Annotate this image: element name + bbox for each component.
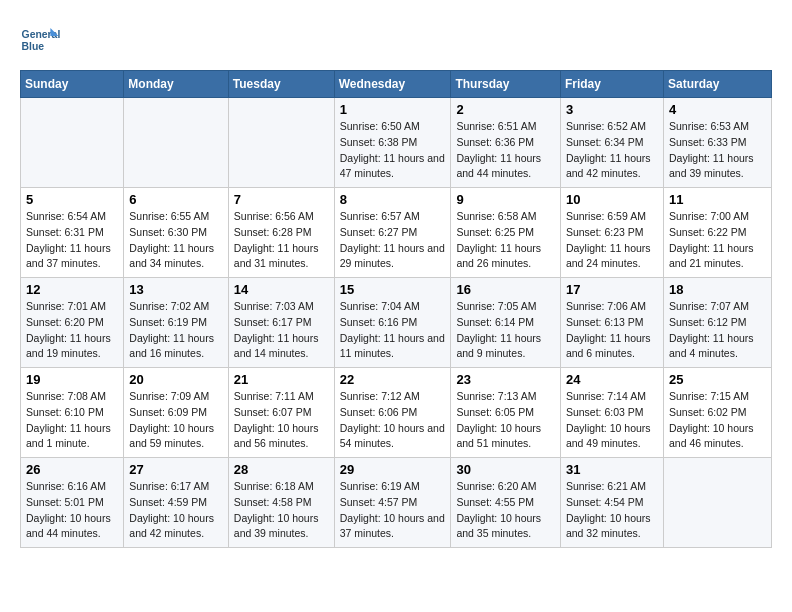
calendar-cell: 1Sunrise: 6:50 AM Sunset: 6:38 PM Daylig…: [334, 98, 451, 188]
weekday-header-tuesday: Tuesday: [228, 71, 334, 98]
day-number: 12: [26, 282, 118, 297]
calendar-cell: 2Sunrise: 6:51 AM Sunset: 6:36 PM Daylig…: [451, 98, 561, 188]
day-number: 18: [669, 282, 766, 297]
page-header: General Blue: [20, 20, 772, 60]
day-info: Sunrise: 6:21 AM Sunset: 4:54 PM Dayligh…: [566, 479, 658, 542]
day-info: Sunrise: 6:56 AM Sunset: 6:28 PM Dayligh…: [234, 209, 329, 272]
calendar-cell: 18Sunrise: 7:07 AM Sunset: 6:12 PM Dayli…: [663, 278, 771, 368]
calendar-week-row: 12Sunrise: 7:01 AM Sunset: 6:20 PM Dayli…: [21, 278, 772, 368]
day-number: 1: [340, 102, 446, 117]
logo-icon: General Blue: [20, 20, 60, 60]
day-number: 26: [26, 462, 118, 477]
day-number: 10: [566, 192, 658, 207]
day-number: 30: [456, 462, 555, 477]
calendar-cell: 19Sunrise: 7:08 AM Sunset: 6:10 PM Dayli…: [21, 368, 124, 458]
day-number: 27: [129, 462, 222, 477]
calendar-week-row: 1Sunrise: 6:50 AM Sunset: 6:38 PM Daylig…: [21, 98, 772, 188]
calendar-week-row: 26Sunrise: 6:16 AM Sunset: 5:01 PM Dayli…: [21, 458, 772, 548]
weekday-header-thursday: Thursday: [451, 71, 561, 98]
day-info: Sunrise: 7:05 AM Sunset: 6:14 PM Dayligh…: [456, 299, 555, 362]
calendar-cell: 24Sunrise: 7:14 AM Sunset: 6:03 PM Dayli…: [560, 368, 663, 458]
day-number: 20: [129, 372, 222, 387]
day-info: Sunrise: 7:02 AM Sunset: 6:19 PM Dayligh…: [129, 299, 222, 362]
day-number: 22: [340, 372, 446, 387]
day-info: Sunrise: 6:54 AM Sunset: 6:31 PM Dayligh…: [26, 209, 118, 272]
day-info: Sunrise: 7:04 AM Sunset: 6:16 PM Dayligh…: [340, 299, 446, 362]
calendar-cell: 20Sunrise: 7:09 AM Sunset: 6:09 PM Dayli…: [124, 368, 228, 458]
calendar-cell: 21Sunrise: 7:11 AM Sunset: 6:07 PM Dayli…: [228, 368, 334, 458]
calendar-cell: 30Sunrise: 6:20 AM Sunset: 4:55 PM Dayli…: [451, 458, 561, 548]
weekday-header-monday: Monday: [124, 71, 228, 98]
day-info: Sunrise: 6:19 AM Sunset: 4:57 PM Dayligh…: [340, 479, 446, 542]
calendar-cell: 22Sunrise: 7:12 AM Sunset: 6:06 PM Dayli…: [334, 368, 451, 458]
calendar-cell: 7Sunrise: 6:56 AM Sunset: 6:28 PM Daylig…: [228, 188, 334, 278]
calendar-cell: 26Sunrise: 6:16 AM Sunset: 5:01 PM Dayli…: [21, 458, 124, 548]
calendar-cell: 28Sunrise: 6:18 AM Sunset: 4:58 PM Dayli…: [228, 458, 334, 548]
calendar-cell: 3Sunrise: 6:52 AM Sunset: 6:34 PM Daylig…: [560, 98, 663, 188]
day-info: Sunrise: 6:18 AM Sunset: 4:58 PM Dayligh…: [234, 479, 329, 542]
weekday-header-row: SundayMondayTuesdayWednesdayThursdayFrid…: [21, 71, 772, 98]
calendar-cell: 10Sunrise: 6:59 AM Sunset: 6:23 PM Dayli…: [560, 188, 663, 278]
day-number: 15: [340, 282, 446, 297]
calendar-cell: 8Sunrise: 6:57 AM Sunset: 6:27 PM Daylig…: [334, 188, 451, 278]
calendar-cell: 27Sunrise: 6:17 AM Sunset: 4:59 PM Dayli…: [124, 458, 228, 548]
day-info: Sunrise: 7:13 AM Sunset: 6:05 PM Dayligh…: [456, 389, 555, 452]
weekday-header-friday: Friday: [560, 71, 663, 98]
day-info: Sunrise: 6:16 AM Sunset: 5:01 PM Dayligh…: [26, 479, 118, 542]
calendar-week-row: 5Sunrise: 6:54 AM Sunset: 6:31 PM Daylig…: [21, 188, 772, 278]
calendar-cell: 9Sunrise: 6:58 AM Sunset: 6:25 PM Daylig…: [451, 188, 561, 278]
day-info: Sunrise: 6:51 AM Sunset: 6:36 PM Dayligh…: [456, 119, 555, 182]
calendar-table: SundayMondayTuesdayWednesdayThursdayFrid…: [20, 70, 772, 548]
calendar-cell: [21, 98, 124, 188]
day-info: Sunrise: 7:11 AM Sunset: 6:07 PM Dayligh…: [234, 389, 329, 452]
calendar-cell: 31Sunrise: 6:21 AM Sunset: 4:54 PM Dayli…: [560, 458, 663, 548]
day-info: Sunrise: 7:09 AM Sunset: 6:09 PM Dayligh…: [129, 389, 222, 452]
day-number: 25: [669, 372, 766, 387]
calendar-week-row: 19Sunrise: 7:08 AM Sunset: 6:10 PM Dayli…: [21, 368, 772, 458]
day-number: 14: [234, 282, 329, 297]
calendar-cell: [663, 458, 771, 548]
day-number: 11: [669, 192, 766, 207]
weekday-header-sunday: Sunday: [21, 71, 124, 98]
day-info: Sunrise: 7:14 AM Sunset: 6:03 PM Dayligh…: [566, 389, 658, 452]
day-number: 4: [669, 102, 766, 117]
day-info: Sunrise: 7:07 AM Sunset: 6:12 PM Dayligh…: [669, 299, 766, 362]
day-info: Sunrise: 6:53 AM Sunset: 6:33 PM Dayligh…: [669, 119, 766, 182]
day-number: 16: [456, 282, 555, 297]
day-info: Sunrise: 7:08 AM Sunset: 6:10 PM Dayligh…: [26, 389, 118, 452]
day-number: 7: [234, 192, 329, 207]
day-info: Sunrise: 7:06 AM Sunset: 6:13 PM Dayligh…: [566, 299, 658, 362]
day-info: Sunrise: 7:01 AM Sunset: 6:20 PM Dayligh…: [26, 299, 118, 362]
day-number: 9: [456, 192, 555, 207]
calendar-cell: 23Sunrise: 7:13 AM Sunset: 6:05 PM Dayli…: [451, 368, 561, 458]
calendar-cell: 11Sunrise: 7:00 AM Sunset: 6:22 PM Dayli…: [663, 188, 771, 278]
calendar-cell: 6Sunrise: 6:55 AM Sunset: 6:30 PM Daylig…: [124, 188, 228, 278]
calendar-cell: 25Sunrise: 7:15 AM Sunset: 6:02 PM Dayli…: [663, 368, 771, 458]
svg-text:Blue: Blue: [22, 41, 45, 52]
calendar-cell: 12Sunrise: 7:01 AM Sunset: 6:20 PM Dayli…: [21, 278, 124, 368]
day-info: Sunrise: 6:52 AM Sunset: 6:34 PM Dayligh…: [566, 119, 658, 182]
day-number: 23: [456, 372, 555, 387]
day-info: Sunrise: 6:59 AM Sunset: 6:23 PM Dayligh…: [566, 209, 658, 272]
calendar-cell: 29Sunrise: 6:19 AM Sunset: 4:57 PM Dayli…: [334, 458, 451, 548]
calendar-cell: 17Sunrise: 7:06 AM Sunset: 6:13 PM Dayli…: [560, 278, 663, 368]
day-info: Sunrise: 6:17 AM Sunset: 4:59 PM Dayligh…: [129, 479, 222, 542]
day-number: 17: [566, 282, 658, 297]
day-info: Sunrise: 6:58 AM Sunset: 6:25 PM Dayligh…: [456, 209, 555, 272]
day-info: Sunrise: 7:03 AM Sunset: 6:17 PM Dayligh…: [234, 299, 329, 362]
day-number: 5: [26, 192, 118, 207]
logo: General Blue: [20, 20, 64, 60]
calendar-cell: 4Sunrise: 6:53 AM Sunset: 6:33 PM Daylig…: [663, 98, 771, 188]
calendar-cell: [124, 98, 228, 188]
day-number: 28: [234, 462, 329, 477]
day-number: 29: [340, 462, 446, 477]
calendar-cell: 15Sunrise: 7:04 AM Sunset: 6:16 PM Dayli…: [334, 278, 451, 368]
calendar-cell: 5Sunrise: 6:54 AM Sunset: 6:31 PM Daylig…: [21, 188, 124, 278]
calendar-cell: 14Sunrise: 7:03 AM Sunset: 6:17 PM Dayli…: [228, 278, 334, 368]
day-number: 6: [129, 192, 222, 207]
calendar-cell: [228, 98, 334, 188]
day-info: Sunrise: 7:00 AM Sunset: 6:22 PM Dayligh…: [669, 209, 766, 272]
day-info: Sunrise: 6:57 AM Sunset: 6:27 PM Dayligh…: [340, 209, 446, 272]
calendar-cell: 13Sunrise: 7:02 AM Sunset: 6:19 PM Dayli…: [124, 278, 228, 368]
day-number: 31: [566, 462, 658, 477]
